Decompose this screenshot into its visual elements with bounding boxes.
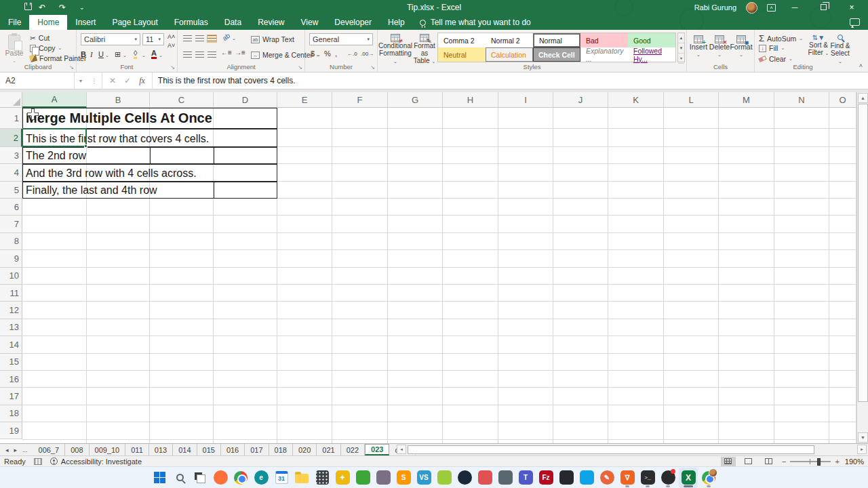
center-button[interactable] (195, 52, 204, 58)
ribbon-tab-insert[interactable]: Insert (67, 15, 104, 30)
sheet-overflow-left[interactable]: ... (22, 447, 28, 453)
bottom-align-button[interactable] (208, 35, 216, 42)
cancel-entry-button[interactable]: ✕ (109, 76, 116, 85)
bold-button[interactable]: B (81, 50, 86, 58)
page-break-view-button[interactable] (762, 457, 776, 466)
ribbon-tab-formulas[interactable]: Formulas (166, 15, 216, 30)
underline-button[interactable]: U (98, 50, 104, 58)
cell-style-normal-2[interactable]: Normal 2 (486, 33, 533, 47)
red-tool-icon[interactable] (475, 468, 494, 488)
search-icon[interactable] (170, 468, 189, 488)
minimize-button[interactable]: ─ (785, 3, 804, 12)
ribbon-tab-file[interactable]: File (0, 15, 29, 30)
row-header-5[interactable]: 5 (0, 182, 22, 199)
cell-style-neutral[interactable]: Neutral (438, 47, 486, 62)
ribbon-tab-data[interactable]: Data (216, 15, 250, 30)
increase-decimal-button[interactable]: ←.0 (347, 51, 357, 57)
scroll-down-button[interactable]: ▼ (858, 432, 868, 443)
sheet-tab-021[interactable]: 021 (317, 444, 340, 455)
name-box-dropdown[interactable]: ▾ (75, 78, 87, 84)
column-header-A[interactable]: A (22, 92, 87, 108)
undo-button[interactable]: ↶ (39, 3, 45, 12)
percent-button[interactable]: % (324, 49, 331, 58)
column-header-L[interactable]: L (664, 92, 719, 108)
delete-cells-button[interactable]: × Delete⌄ (709, 33, 730, 58)
row-header-13[interactable]: 13 (0, 319, 22, 336)
calculator-icon[interactable] (313, 468, 332, 488)
font-family-select[interactable]: Calibri▾ (81, 33, 140, 45)
redo-dropdown[interactable]: ⌄ (68, 5, 73, 10)
column-header-E[interactable]: E (277, 92, 332, 108)
balloon-app-icon[interactable] (658, 468, 677, 488)
top-align-button[interactable] (183, 35, 192, 42)
scroll-right-button[interactable]: ▸ (857, 445, 867, 454)
ribbon-tab-view[interactable]: View (293, 15, 327, 30)
sheet-tab-017[interactable]: 017 (245, 444, 269, 455)
column-header-H[interactable]: H (443, 92, 498, 108)
sheet-tab-018[interactable]: 018 (269, 444, 293, 455)
figure-app-icon[interactable] (374, 468, 393, 488)
row-header-2[interactable]: 2 (0, 129, 22, 147)
selection-A2[interactable] (22, 128, 87, 147)
font-color-button[interactable]: A (151, 49, 157, 59)
vs-icon[interactable]: VS (414, 468, 433, 488)
ribbon-tab-help[interactable]: Help (380, 15, 413, 30)
horizontal-scroll-thumb[interactable] (408, 445, 814, 454)
row-header-8[interactable]: 8 (0, 233, 22, 250)
scroll-up-button[interactable]: ▲ (858, 93, 868, 103)
terminal-icon[interactable]: >_ (638, 468, 657, 488)
undo-dropdown[interactable]: ⌄ (48, 5, 52, 10)
start-button[interactable] (150, 468, 169, 488)
align-right-button[interactable] (208, 52, 216, 58)
greenshot-icon[interactable] (435, 468, 454, 488)
sheet-nav-next-button[interactable]: ▸ (14, 447, 18, 453)
excel-icon[interactable]: X (679, 468, 698, 488)
scroll-left-button[interactable]: ◂ (397, 445, 406, 454)
format-cells-button[interactable]: ■ Format⌄ (730, 33, 752, 58)
autosum-button[interactable]: ΣAutoSum⌄ (759, 33, 803, 43)
qat-customize-button[interactable]: ⌄ (79, 4, 85, 11)
ribbon-tab-developer[interactable]: Developer (326, 15, 380, 30)
column-header-J[interactable]: J (553, 92, 608, 108)
row-header-19[interactable]: 19 (0, 422, 22, 439)
fill-handle[interactable] (84, 144, 87, 148)
cut-button[interactable]: ✂Cut (30, 34, 50, 42)
font-size-select[interactable]: 11▾ (142, 33, 164, 45)
ribbon-tab-page-layout[interactable]: Page Layout (104, 15, 165, 30)
vertical-scrollbar[interactable]: ▲ ▼ (856, 92, 868, 443)
tell-me-box[interactable]: Tell me what you want to do (413, 15, 538, 30)
row-header-15[interactable]: 15 (0, 354, 22, 371)
row-header-11[interactable]: 11 (0, 285, 22, 302)
enter-entry-button[interactable]: ✓ (124, 76, 131, 85)
fill-color-button[interactable]: ◊ (134, 49, 137, 59)
find-select-button[interactable]: Find &Select ⌄ (829, 32, 851, 65)
ribbon-display-options-icon[interactable]: ˄ (767, 4, 776, 12)
grow-font-button[interactable]: A˄ (167, 33, 175, 40)
borders-button[interactable]: ⊞ (115, 50, 121, 59)
row-header-1[interactable]: 1 (0, 108, 22, 129)
cell-content-row-3[interactable]: The 2nd row (22, 147, 277, 164)
align-left-button[interactable] (183, 52, 192, 58)
filezilla-icon[interactable]: Fz (536, 468, 555, 488)
paste-button[interactable]: Paste⌄ (3, 32, 26, 64)
sort-filter-button[interactable]: ⇅▼ Sort &Filter ⌄ (808, 31, 829, 57)
ribbon-tab-home[interactable]: Home (29, 15, 67, 30)
column-header-F[interactable]: F (332, 92, 388, 108)
sheet-tab-023[interactable]: 023 (365, 444, 389, 455)
row-header-10[interactable]: 10 (0, 268, 22, 285)
triangle-app-icon[interactable]: ∇ (618, 468, 637, 488)
select-all-corner[interactable] (0, 92, 22, 108)
cell-style-comma-2[interactable]: Comma 2 (438, 33, 486, 47)
sheet-tab-008[interactable]: 008 (65, 444, 89, 455)
sheet-tab-011[interactable]: 011 (125, 444, 149, 455)
cell-style-good[interactable]: Good (628, 33, 675, 47)
fill-button[interactable]: ↓Fill⌄ (759, 44, 785, 52)
sheet-tab-013[interactable]: 013 (149, 444, 173, 455)
cell-content-row-1[interactable]: Merge Multiple Cells At Once (22, 108, 277, 129)
cell-content-row-5[interactable]: Finally, the last and 4th row (22, 182, 277, 199)
cell-style-explanatory-[interactable]: Explanatory ... (580, 47, 628, 62)
alignment-dialog-launcher[interactable]: ↘ (298, 64, 302, 70)
task-view-icon[interactable] (191, 468, 210, 488)
steam-icon[interactable] (455, 468, 474, 488)
row-header-7[interactable]: 7 (0, 216, 22, 232)
